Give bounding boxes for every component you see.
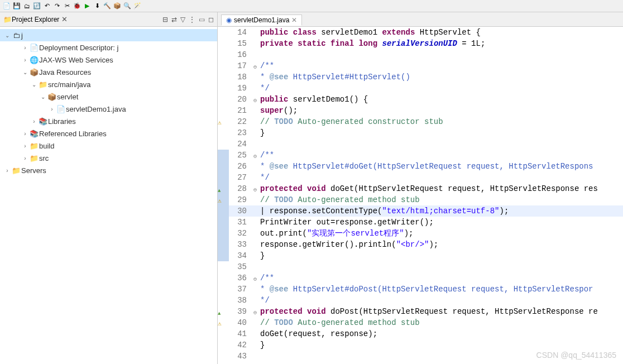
code-line[interactable]: 37 * @see HttpServlet#doPost(HttpServlet… xyxy=(218,284,623,295)
code-line[interactable]: 41 doGet(request, response); xyxy=(218,328,623,339)
twisty-icon[interactable]: › xyxy=(21,131,29,137)
code-line[interactable]: 25⊖ /** xyxy=(218,150,623,161)
code-line[interactable]: 18 * @see HttpServlet#HttpServlet() xyxy=(218,71,623,83)
tree-item[interactable]: ›📚Libraries xyxy=(0,115,217,127)
save-icon[interactable]: 💾 xyxy=(12,2,21,11)
search-icon[interactable]: 🔍 xyxy=(123,2,132,11)
code-line[interactable]: 23 } xyxy=(218,127,623,138)
code-line[interactable]: ⚠22 // TODO Auto-generated constructor s… xyxy=(218,116,623,127)
code-line[interactable]: 21 super(); xyxy=(218,105,623,116)
ext-icon[interactable]: ⬇ xyxy=(93,2,102,11)
code-line[interactable]: ▲39⊖ protected void doPost(HttpServletRe… xyxy=(218,306,623,317)
code-line[interactable]: 27 */ xyxy=(218,172,623,183)
wizard-icon[interactable]: 🪄 xyxy=(133,2,142,11)
code-line[interactable]: 35 xyxy=(218,261,623,272)
cut-icon[interactable]: ✂ xyxy=(63,2,71,11)
project-explorer-panel: 📁 Project Explorer ✕ ⊟ ⇄ ▽ ⋮ ▭ ◻ ⌄ 🗀 j ›… xyxy=(0,12,218,364)
code-line[interactable]: ▲28⊖ protected void doGet(HttpServletReq… xyxy=(218,183,623,194)
undo-icon[interactable]: ↶ xyxy=(42,2,51,11)
collapse-all-icon[interactable]: ⊟ xyxy=(162,16,168,23)
node-icon: 📦 xyxy=(29,68,39,76)
tree-label: j xyxy=(21,31,23,40)
refresh-icon[interactable]: 🔃 xyxy=(32,2,41,11)
tree-item[interactable]: ⌄📦Java Resources xyxy=(0,66,217,78)
tree-label: src xyxy=(39,154,49,162)
code-line[interactable]: 20⊖ public servletDemo1() { xyxy=(218,94,623,105)
code-line[interactable]: 19 */ xyxy=(218,83,623,94)
new-icon[interactable]: 📄 xyxy=(2,2,11,11)
twisty-icon[interactable]: ⌄ xyxy=(30,82,38,88)
twisty-icon[interactable]: ⌄ xyxy=(21,69,29,75)
tree-root[interactable]: ⌄ 🗀 j xyxy=(0,29,217,41)
node-icon: 📁 xyxy=(29,142,39,150)
tree-label: JAX-WS Web Services xyxy=(39,56,113,64)
project-tree: ⌄ 🗀 j ›📄Deployment Descriptor: j›🌐JAX-WS… xyxy=(0,27,217,364)
chevron-right-icon[interactable]: › xyxy=(3,167,11,174)
node-icon: 📁 xyxy=(29,154,39,162)
twisty-icon[interactable]: › xyxy=(21,57,29,63)
tree-label: build xyxy=(39,142,54,150)
node-icon: 📚 xyxy=(38,117,48,126)
tree-label: src/main/java xyxy=(48,80,91,89)
minimize-icon[interactable]: ▭ xyxy=(199,16,205,23)
twisty-icon[interactable]: › xyxy=(21,143,29,149)
tree-item[interactable]: ›🌐JAX-WS Web Services xyxy=(0,54,217,66)
link-icon[interactable]: ⇄ xyxy=(171,16,177,23)
tree-label: Servers xyxy=(21,166,46,175)
tree-label: Deployment Descriptor: j xyxy=(39,44,118,52)
code-line[interactable]: 36⊖ /** xyxy=(218,272,623,284)
tree-item[interactable]: ›📚Referenced Libraries xyxy=(0,127,217,140)
tree-item[interactable]: ⌄📁src/main/java xyxy=(0,78,217,90)
tree-item[interactable]: ⌄📦servlet xyxy=(0,90,217,103)
code-line[interactable]: 38 */ xyxy=(218,295,623,306)
menu-icon[interactable]: ⋮ xyxy=(189,16,195,23)
watermark: CSDN @qq_54411365 xyxy=(536,351,616,360)
folder-icon: 📁 xyxy=(3,16,12,23)
twisty-icon[interactable]: ⌄ xyxy=(39,94,47,100)
twisty-icon[interactable]: › xyxy=(21,155,29,161)
maximize-icon[interactable]: ◻ xyxy=(208,16,214,23)
close-icon[interactable]: ✕ xyxy=(291,16,297,24)
folder-icon: 📁 xyxy=(11,166,21,175)
editor-tab[interactable]: ◉ servletDemo1.java ✕ xyxy=(221,15,302,26)
package-icon[interactable]: 📦 xyxy=(113,2,122,11)
code-line[interactable]: 14public class servletDemo1 extends Http… xyxy=(218,27,623,38)
editor-panel: ◉ servletDemo1.java ✕ 14public class ser… xyxy=(218,12,623,364)
twisty-icon[interactable]: › xyxy=(30,118,38,124)
tree-servers[interactable]: › 📁 Servers xyxy=(0,164,217,176)
code-line[interactable]: ⚠29 // TODO Auto-generated method stub xyxy=(218,194,623,205)
tree-item[interactable]: ›📄servletDemo1.java xyxy=(0,103,217,115)
filter-icon[interactable]: ▽ xyxy=(180,16,185,23)
tree-item[interactable]: ›📁build xyxy=(0,140,217,152)
code-line[interactable]: 33 response.getWriter().println("<br/>")… xyxy=(218,239,623,250)
node-icon: 🌐 xyxy=(29,56,39,64)
tree-label: servletDemo1.java xyxy=(66,105,126,113)
twisty-icon[interactable]: › xyxy=(48,106,56,112)
code-line[interactable]: 26 * @see HttpServlet#doGet(HttpServletR… xyxy=(218,161,623,172)
code-line[interactable]: ⚠40 // TODO Auto-generated method stub xyxy=(218,317,623,328)
run-icon[interactable]: ▶ xyxy=(83,2,92,11)
chevron-down-icon[interactable]: ⌄ xyxy=(3,32,11,39)
tree-item[interactable]: ›📄Deployment Descriptor: j xyxy=(0,41,217,54)
code-line[interactable]: 42 } xyxy=(218,339,623,351)
tree-item[interactable]: ›📁src xyxy=(0,152,217,164)
redo-icon[interactable]: ↷ xyxy=(52,2,61,11)
node-icon: 📚 xyxy=(29,130,39,138)
code-line[interactable]: 15 private static final long serialVersi… xyxy=(218,38,623,49)
code-line[interactable]: 32 out.print("实现第一个servlet程序"); xyxy=(218,228,623,239)
build-icon[interactable]: 🔨 xyxy=(103,2,112,11)
save-all-icon[interactable]: 🗂 xyxy=(22,2,31,11)
code-line[interactable]: 16 xyxy=(218,49,623,60)
code-editor[interactable]: 14public class servletDemo1 extends Http… xyxy=(218,27,623,364)
tree-label: Java Resources xyxy=(39,68,91,76)
twisty-icon[interactable]: › xyxy=(21,45,29,51)
close-icon[interactable]: ✕ xyxy=(61,15,68,23)
code-line[interactable]: 31 PrintWriter out=response.getWriter(); xyxy=(218,217,623,228)
node-icon: 📁 xyxy=(38,80,48,89)
code-line[interactable]: 30 | response.setContentType("text/html;… xyxy=(218,205,623,217)
code-line[interactable]: 34 } xyxy=(218,250,623,261)
code-line[interactable]: 17⊖ /** xyxy=(218,60,623,71)
main-toolbar: 📄 💾 🗂 🔃 ↶ ↷ ✂ 🐞 ▶ ⬇ 🔨 📦 🔍 🪄 xyxy=(0,0,623,12)
debug-icon[interactable]: 🐞 xyxy=(73,2,82,11)
code-line[interactable]: 24 xyxy=(218,138,623,150)
